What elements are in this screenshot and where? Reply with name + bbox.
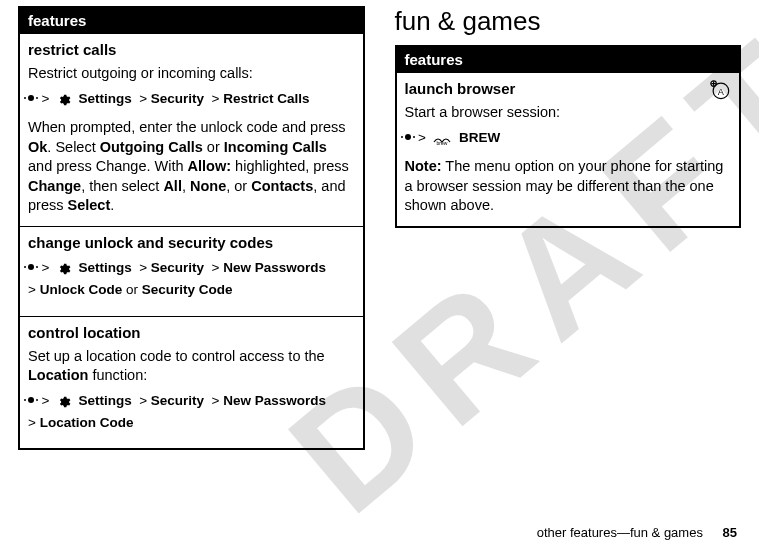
brew-icon: brew (433, 133, 451, 151)
path-restrict-calls: Restrict Calls (223, 91, 309, 106)
path-brew: BREW (459, 130, 500, 145)
page-number: 85 (723, 525, 737, 540)
network-icon: A (709, 79, 731, 107)
change-codes-path: > Settings > Security > New Passwords > … (28, 259, 355, 299)
settings-icon (57, 93, 71, 112)
control-location-title: control location (28, 323, 355, 343)
center-key-icon (405, 134, 411, 140)
restrict-calls-detail: When prompted, enter the unlock code and… (28, 118, 355, 216)
control-location-desc: Set up a location code to control access… (28, 347, 355, 386)
change-codes-title: change unlock and security codes (28, 233, 355, 253)
row-restrict-calls: restrict calls Restrict outgoing or inco… (19, 34, 364, 227)
center-key-icon (28, 264, 34, 270)
page-footer: other features—fun & games 85 (537, 525, 737, 540)
section-heading: fun & games (395, 6, 742, 37)
launch-browser-path: > brew BREW (405, 129, 732, 151)
launch-browser-desc: Start a browser session: (405, 103, 732, 123)
features-table-left: features restrict calls Restrict outgoin… (18, 6, 365, 450)
launch-browser-title: launch browser (405, 79, 732, 99)
restrict-calls-title: restrict calls (28, 40, 355, 60)
right-column: fun & games features A launch browser St… (395, 6, 742, 450)
page-columns: features restrict calls Restrict outgoin… (0, 0, 759, 450)
features-table-right: features A launch browser Start a browse… (395, 45, 742, 228)
launch-browser-note: Note: The menu option on your phone for … (405, 157, 732, 216)
svg-text:A: A (718, 87, 725, 97)
control-location-path: > Settings > Security > New Passwords > … (28, 392, 355, 432)
restrict-calls-path: > Settings > Security > Restrict Calls (28, 90, 355, 112)
features-header-right: features (396, 46, 741, 73)
path-settings: Settings (78, 91, 131, 106)
path-security: Security (151, 91, 204, 106)
restrict-calls-desc: Restrict outgoing or incoming calls: (28, 64, 355, 84)
settings-icon (57, 395, 71, 414)
left-column: features restrict calls Restrict outgoin… (18, 6, 365, 450)
row-change-codes: change unlock and security codes > Setti… (19, 226, 364, 316)
row-launch-browser: A launch browser Start a browser session… (396, 73, 741, 227)
row-control-location: control location Set up a location code … (19, 316, 364, 449)
center-key-icon (28, 397, 34, 403)
features-header-left: features (19, 7, 364, 34)
footer-text: other features—fun & games (537, 525, 703, 540)
svg-text:brew: brew (437, 140, 448, 146)
center-key-icon (28, 95, 34, 101)
settings-icon (57, 262, 71, 281)
